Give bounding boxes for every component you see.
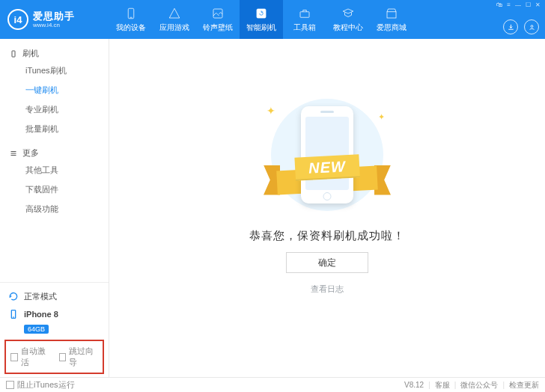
top-tabs: 我的设备 应用游戏 铃声壁纸 智能刷机 工具箱 教程中心 爱思商城	[109, 0, 413, 39]
user-icon	[528, 23, 536, 31]
tutorial-icon	[341, 7, 355, 20]
sidebar-item-onekey-flash[interactable]: 一键刷机	[0, 80, 109, 99]
maximize-icon[interactable]: ☐	[526, 1, 531, 8]
sidebar-item-other-tools[interactable]: 其他工具	[0, 160, 109, 180]
tab-tutorials[interactable]: 教程中心	[326, 0, 370, 39]
confirm-button[interactable]: 确定	[286, 252, 368, 273]
status-link-update[interactable]: 检查更新	[509, 380, 539, 391]
svg-rect-4	[300, 11, 309, 17]
tab-store[interactable]: 爱思商城	[370, 0, 413, 39]
sidebar-group-more: 更多	[0, 143, 109, 160]
device-icon	[124, 7, 138, 20]
sidebar-item-download-firmware[interactable]: 下载固件	[0, 180, 109, 199]
svg-rect-2	[213, 9, 222, 18]
close-icon[interactable]: ✕	[535, 1, 541, 8]
tab-apps[interactable]: 应用游戏	[153, 0, 196, 39]
window-controls: 🛍 ≡ — ☐ ✕	[496, 1, 541, 8]
brand: i4 爱思助手 www.i4.cn	[0, 9, 109, 30]
store-icon	[385, 7, 398, 20]
wallpaper-icon	[211, 7, 225, 20]
download-button[interactable]	[503, 19, 518, 34]
new-ribbon: NEW	[294, 154, 359, 180]
sparkle-icon: ✦	[267, 105, 275, 117]
tab-toolbox[interactable]: 工具箱	[283, 0, 326, 39]
sidebar: 刷机 iTunes刷机 一键刷机 专业刷机 批量刷机 更多 其他工具 下载固件 …	[0, 39, 109, 377]
device-name-row[interactable]: iPhone 8	[7, 305, 101, 323]
version-label: V8.12	[404, 381, 424, 389]
svg-rect-7	[12, 51, 15, 57]
tab-my-device[interactable]: 我的设备	[109, 0, 153, 39]
skip-guide-checkbox[interactable]: 跳过向导	[59, 346, 99, 368]
minimize-icon[interactable]: —	[515, 1, 521, 8]
sidebar-item-advanced[interactable]: 高级功能	[0, 199, 109, 218]
app-header: i4 爱思助手 www.i4.cn 我的设备 应用游戏 铃声壁纸 智能刷机 工具…	[0, 0, 545, 39]
success-message: 恭喜您，保资料刷机成功啦！	[249, 229, 405, 243]
main-content: ✦ ✦ ✦ NEW 恭喜您，保资料刷机成功啦！ 确定 查看日志	[109, 39, 545, 377]
phone-small-icon	[7, 308, 19, 320]
menu-icon[interactable]: ≡	[507, 1, 511, 8]
user-button[interactable]	[524, 19, 539, 34]
device-small-icon	[9, 49, 18, 58]
hamburger-icon	[9, 149, 18, 158]
sidebar-item-batch-flash[interactable]: 批量刷机	[0, 119, 109, 138]
status-link-wechat[interactable]: 微信公众号	[460, 380, 498, 391]
device-mode[interactable]: 正常模式	[7, 287, 101, 305]
block-itunes-checkbox[interactable]: 阻止iTunes运行	[6, 379, 75, 391]
svg-rect-5	[387, 11, 396, 17]
sparkle-icon: ✦	[378, 112, 385, 122]
tab-ringtones[interactable]: 铃声壁纸	[196, 0, 240, 39]
brand-name: 爱思助手	[33, 11, 75, 21]
sidebar-item-itunes-flash[interactable]: iTunes刷机	[0, 61, 109, 80]
svg-rect-3	[257, 9, 266, 18]
toolbox-icon	[298, 7, 311, 20]
sidebar-group-flash: 刷机	[0, 43, 109, 61]
refresh-small-icon	[7, 290, 19, 302]
view-log-link[interactable]: 查看日志	[311, 284, 344, 295]
success-illustration: ✦ ✦ ✦ NEW	[256, 91, 398, 218]
storage-badge: 64GB	[24, 325, 49, 334]
status-bar: 阻止iTunes运行 V8.12 | 客服 | 微信公众号 | 检查更新	[0, 377, 545, 392]
download-icon	[507, 23, 515, 31]
auto-activate-checkbox[interactable]: 自动激活	[10, 346, 50, 368]
brand-logo-icon: i4	[7, 9, 28, 30]
tab-flash[interactable]: 智能刷机	[240, 0, 283, 39]
options-highlight: 自动激活 跳过向导	[4, 340, 104, 374]
sidebar-item-pro-flash[interactable]: 专业刷机	[0, 99, 109, 119]
shop-icon[interactable]: 🛍	[496, 1, 502, 8]
status-link-support[interactable]: 客服	[435, 380, 450, 391]
brand-url: www.i4.cn	[33, 22, 75, 28]
refresh-icon	[255, 7, 268, 20]
svg-point-6	[531, 25, 533, 27]
apps-icon	[168, 7, 181, 20]
svg-rect-0	[128, 8, 134, 19]
